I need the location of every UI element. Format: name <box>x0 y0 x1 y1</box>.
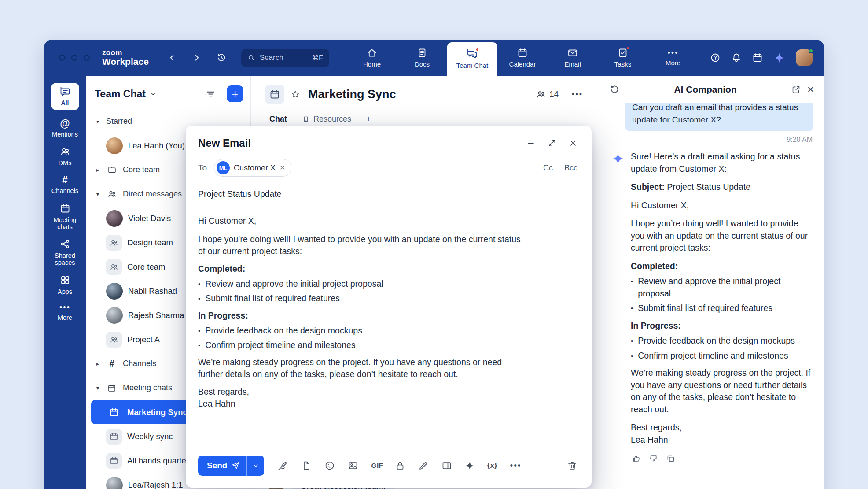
ai-companion-button[interactable] <box>773 52 785 64</box>
more-tools-button[interactable]: ••• <box>510 461 521 470</box>
help-button[interactable] <box>710 52 721 63</box>
history-icon <box>610 85 619 94</box>
send-button[interactable]: Send <box>198 456 246 476</box>
rail-item-meeting-chats[interactable]: Meeting chats <box>46 203 84 230</box>
rail-item-dms[interactable]: DMs <box>46 146 84 167</box>
section-label: Core team <box>123 165 160 174</box>
template-button[interactable] <box>301 460 312 471</box>
edit-button[interactable] <box>418 460 429 471</box>
discard-button[interactable] <box>567 460 577 471</box>
rail-item-mentions[interactable]: @ Mentions <box>46 119 84 138</box>
layout-button[interactable] <box>441 460 452 471</box>
email-completed-list: Review and approve the initial project p… <box>198 278 524 304</box>
back-button[interactable] <box>167 53 177 63</box>
search-input[interactable]: Search ⌘F <box>241 49 329 67</box>
window-dot[interactable] <box>84 55 90 61</box>
thumbs-down-button[interactable] <box>649 454 658 463</box>
notifications-button[interactable] <box>731 52 742 63</box>
more-options-button[interactable]: ••• <box>572 90 583 98</box>
rail-item-shared-spaces[interactable]: Shared spaces <box>46 239 84 266</box>
new-chat-button[interactable]: + <box>227 85 243 102</box>
nav-tasks[interactable]: Tasks <box>598 40 648 76</box>
search-icon <box>247 54 255 62</box>
list-item: Review and approve the initial project p… <box>631 275 813 300</box>
caret-right-icon: ▸ <box>95 167 101 173</box>
copy-button[interactable] <box>666 454 675 463</box>
nav-email[interactable]: Email <box>548 40 598 76</box>
list-item: Review and approve the initial project p… <box>198 278 524 290</box>
window-dot[interactable] <box>59 55 65 61</box>
nav-team-chat[interactable]: Team Chat <box>447 42 497 76</box>
cc-button[interactable]: Cc <box>543 163 553 173</box>
user-avatar[interactable] <box>796 49 813 66</box>
recipient-name: Customer X <box>234 163 276 173</box>
members-button[interactable]: 14 <box>536 89 559 99</box>
people-icon <box>60 146 70 157</box>
list-item: Submit final list of required features <box>631 302 813 315</box>
remove-recipient-icon[interactable]: ✕ <box>280 164 285 171</box>
recipient-chip[interactable]: ML Customer X ✕ <box>214 159 291 177</box>
encrypt-button[interactable] <box>395 460 405 471</box>
ai-close-button[interactable]: ✕ <box>807 84 814 95</box>
ai-assist-button[interactable] <box>465 461 474 470</box>
nav-home[interactable]: Home <box>347 40 397 76</box>
image-button[interactable] <box>348 460 358 471</box>
signature-icon <box>277 460 288 471</box>
apps-grid-icon <box>60 275 70 285</box>
recipient-avatar: ML <box>217 161 230 174</box>
subject-field[interactable]: Project Status Update <box>186 182 592 206</box>
avatar <box>106 307 123 324</box>
rail-item-channels[interactable]: # Channels <box>46 175 84 194</box>
minimize-button[interactable] <box>526 139 535 148</box>
bcc-button[interactable]: Bcc <box>564 163 577 173</box>
at-icon: @ <box>60 119 70 128</box>
chevron-down-icon <box>252 462 259 469</box>
list-item: Submit final list of required features <box>198 293 524 304</box>
ai-intro: Sure! Here’s a draft email asking for a … <box>631 151 813 175</box>
nav-calendar[interactable]: Calendar <box>497 40 548 76</box>
nav-more[interactable]: ••• More <box>648 40 698 76</box>
rail-label: Shared spaces <box>46 252 84 266</box>
calendar-icon <box>60 203 70 214</box>
tab-resources[interactable]: Resources <box>302 115 351 124</box>
email-signoff: Best regards,Lea Hahn <box>198 386 524 410</box>
sidebar-title[interactable]: Team Chat <box>95 88 146 100</box>
list-item: Confirm project timeline and milestones <box>631 350 813 362</box>
forward-button[interactable] <box>192 53 202 63</box>
logo-workplace: Workplace <box>102 57 149 67</box>
rail-item-all[interactable]: All <box>51 83 79 110</box>
thumbs-up-button[interactable] <box>632 454 641 463</box>
signature-button[interactable] <box>277 460 288 471</box>
chevron-down-icon[interactable] <box>150 90 157 97</box>
close-button[interactable] <box>569 139 577 148</box>
rail-item-apps[interactable]: Apps <box>46 275 84 295</box>
history-button[interactable] <box>217 53 226 63</box>
trash-icon <box>567 460 577 471</box>
tab-chat[interactable]: Chat <box>269 115 287 124</box>
rail-label: All <box>61 99 69 106</box>
expand-button[interactable] <box>548 139 556 148</box>
window-dot[interactable] <box>71 55 77 61</box>
gif-button[interactable]: GIF <box>371 462 383 470</box>
variables-button[interactable]: {x} <box>487 461 497 470</box>
chat-item-label: Violet Davis <box>128 214 171 223</box>
top-navbar: zoom Workplace Search ⌘F Home <box>44 40 824 76</box>
subject-label: Subject: <box>631 182 665 192</box>
bell-icon <box>731 52 742 63</box>
window-controls[interactable] <box>59 55 90 61</box>
meetings-button[interactable] <box>752 52 763 63</box>
filter-button[interactable] <box>206 89 216 99</box>
members-icon <box>536 89 546 99</box>
open-in-new-button[interactable] <box>791 85 801 94</box>
emoji-button[interactable] <box>324 460 335 471</box>
back-icon <box>167 53 177 63</box>
star-button[interactable] <box>291 89 300 99</box>
email-body-editor[interactable]: Hi Customer X, I hope you’re doing well!… <box>186 206 592 447</box>
rail-item-more[interactable]: ••• More <box>46 304 84 321</box>
nav-docs[interactable]: Docs <box>397 40 447 76</box>
ai-history-button[interactable] <box>610 85 619 94</box>
send-options-button[interactable] <box>246 456 264 476</box>
list-item: Provide feedback on the design mockups <box>198 325 524 337</box>
list-item: Confirm project timeline and milestones <box>198 339 524 351</box>
add-tab-button[interactable]: + <box>366 115 371 124</box>
